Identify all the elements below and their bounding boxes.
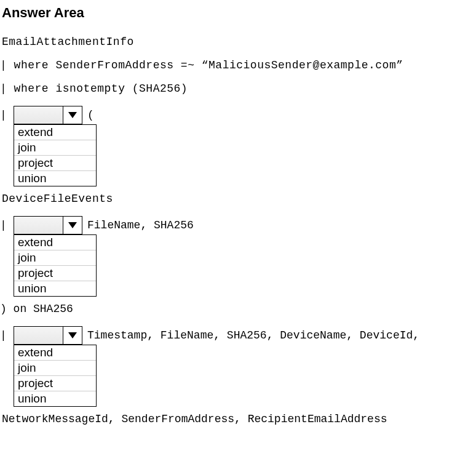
option-project[interactable]: project bbox=[14, 375, 96, 391]
query-line-table: EmailAttachmentInfo bbox=[2, 36, 476, 48]
dropdown-options-3: extend join project union bbox=[14, 345, 97, 407]
option-join[interactable]: join bbox=[14, 140, 96, 155]
query-line-on-sha: ) on SHA256 bbox=[0, 303, 476, 315]
query-line-device-file-events: DeviceFileEvents bbox=[2, 193, 476, 205]
option-join[interactable]: join bbox=[14, 250, 96, 265]
dropdown-value-area bbox=[14, 217, 63, 234]
chevron-down-icon bbox=[63, 327, 82, 344]
page-title: Answer Area bbox=[2, 5, 476, 21]
chevron-down-icon bbox=[63, 106, 82, 124]
dropdown-group-3: | Timestamp, FileName, SHA256, DeviceNam… bbox=[0, 326, 476, 407]
text-after-dropdown-2: FileName, SHA256 bbox=[87, 219, 194, 231]
dropdown-group-1: | ( extend join project union bbox=[0, 106, 476, 186]
text-after-dropdown-3: Timestamp, FileName, SHA256, DeviceName,… bbox=[87, 329, 419, 342]
option-extend[interactable]: extend bbox=[14, 234, 96, 250]
dropdown-select-3[interactable] bbox=[14, 326, 82, 345]
chevron-down-icon bbox=[63, 217, 82, 234]
svg-marker-2 bbox=[68, 332, 77, 338]
query-line-final-fields: NetworkMessageId, SenderFromAddress, Rec… bbox=[2, 413, 476, 425]
dropdown-select-2[interactable] bbox=[14, 216, 82, 234]
svg-marker-1 bbox=[68, 222, 77, 228]
option-join[interactable]: join bbox=[14, 360, 96, 375]
option-union[interactable]: union bbox=[14, 281, 96, 296]
dropdown-options-1: extend join project union bbox=[14, 124, 97, 186]
option-union[interactable]: union bbox=[14, 170, 96, 186]
pipe-symbol: | bbox=[0, 329, 14, 342]
pipe-symbol: | bbox=[0, 109, 14, 121]
option-project[interactable]: project bbox=[14, 265, 96, 281]
query-line-where-sha: | where isnotempty (SHA256) bbox=[0, 82, 476, 95]
option-union[interactable]: union bbox=[14, 391, 96, 406]
dropdown-options-2: extend join project union bbox=[14, 234, 97, 297]
option-project[interactable]: project bbox=[14, 155, 96, 170]
dropdown-select-1[interactable] bbox=[14, 106, 82, 124]
dropdown-value-area bbox=[14, 327, 63, 344]
dropdown-value-area bbox=[14, 106, 63, 124]
option-extend[interactable]: extend bbox=[14, 124, 96, 140]
dropdown-group-2: | FileName, SHA256 extend join project u… bbox=[0, 216, 476, 297]
query-line-where-sender: | where SenderFromAddress =~ “MaliciousS… bbox=[0, 59, 476, 71]
option-extend[interactable]: extend bbox=[14, 345, 96, 360]
text-after-dropdown-1: ( bbox=[87, 109, 94, 121]
svg-marker-0 bbox=[68, 112, 77, 118]
pipe-symbol: | bbox=[0, 219, 14, 231]
